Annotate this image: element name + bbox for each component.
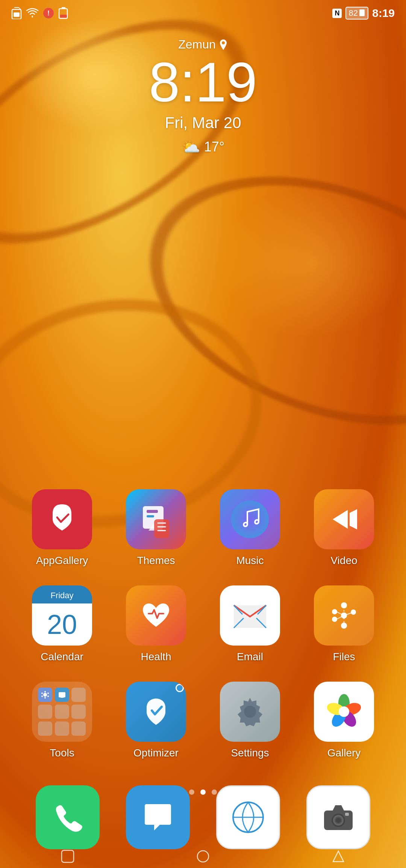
weather: ⛅ 17° <box>0 138 406 156</box>
optimizer-label: Optimizer <box>133 747 179 759</box>
app-email[interactable]: Email <box>212 585 288 663</box>
clock-time: 8:19 <box>0 54 406 110</box>
svg-rect-51 <box>345 813 349 816</box>
app-music[interactable]: Music <box>212 489 288 567</box>
notification-icon: ! <box>43 7 54 19</box>
calendar-day: 20 <box>47 611 77 638</box>
app-calendar[interactable]: Friday 20 Calendar <box>24 585 100 663</box>
app-health[interactable]: Health <box>118 585 194 663</box>
optimizer-notification <box>176 684 184 692</box>
svg-point-25 <box>351 609 356 615</box>
app-tools[interactable]: Tools <box>24 682 100 759</box>
dock <box>0 785 406 849</box>
svg-rect-13 <box>154 519 169 538</box>
svg-point-14 <box>231 501 269 538</box>
status-left-icons: ! <box>11 7 68 19</box>
app-themes[interactable]: Themes <box>118 489 194 567</box>
app-optimizer[interactable]: Optimizer <box>118 682 194 759</box>
app-row-3: Tools Optimizer <box>15 682 391 759</box>
svg-rect-12 <box>147 515 154 517</box>
app-video[interactable]: Video <box>306 489 382 567</box>
app-settings[interactable]: Settings <box>212 682 288 759</box>
dock-browser[interactable] <box>216 785 280 849</box>
files-label: Files <box>333 651 355 663</box>
svg-point-19 <box>341 623 347 629</box>
themes-label: Themes <box>137 555 175 567</box>
svg-point-9 <box>222 41 225 44</box>
video-icon <box>314 489 374 549</box>
svg-text:!: ! <box>47 9 50 17</box>
app-gallery[interactable]: Gallery <box>306 682 382 759</box>
appgallery-label: AppGallery <box>36 555 88 567</box>
svg-point-26 <box>43 693 47 697</box>
svg-point-22 <box>332 609 337 614</box>
app-files[interactable]: Files <box>306 585 382 663</box>
svg-rect-1 <box>14 12 20 17</box>
svg-rect-33 <box>59 692 65 697</box>
svg-rect-11 <box>147 510 158 513</box>
email-label: Email <box>237 651 263 663</box>
music-label: Music <box>236 555 264 567</box>
tools-label: Tools <box>50 747 74 759</box>
dock-phone[interactable] <box>36 785 100 849</box>
calendar-label: Calendar <box>41 651 83 663</box>
svg-rect-6 <box>60 15 67 18</box>
nfc-badge: N <box>332 9 342 18</box>
clock-area: Zemun 8:19 Fri, Mar 20 ⛅ 17° <box>0 38 406 156</box>
svg-point-23 <box>332 617 337 622</box>
email-icon <box>220 585 280 646</box>
svg-rect-7 <box>359 9 365 16</box>
svg-point-32 <box>41 693 43 694</box>
health-icon <box>126 585 186 646</box>
status-time: 8:19 <box>372 7 395 20</box>
settings-icon <box>220 682 280 742</box>
svg-marker-54 <box>333 851 344 862</box>
wifi-icon <box>26 8 38 18</box>
camera-icon <box>306 785 370 849</box>
nav-recent-button[interactable] <box>332 850 345 866</box>
nav-home-button[interactable] <box>196 850 210 866</box>
status-bar: ! N 82 8:19 <box>0 0 406 26</box>
phone-icon <box>36 785 100 849</box>
appgallery-icon <box>32 489 92 549</box>
svg-point-29 <box>47 696 49 697</box>
app-appgallery[interactable]: AppGallery <box>24 489 100 567</box>
svg-point-28 <box>47 693 49 694</box>
calendar-body: 20 <box>32 603 92 646</box>
nav-bar <box>0 849 406 868</box>
video-label: Video <box>330 555 357 567</box>
app-row-2: Friday 20 Calendar Health <box>15 585 391 663</box>
files-icon <box>314 585 374 646</box>
svg-point-27 <box>44 691 46 693</box>
gallery-icon <box>314 682 374 742</box>
clock-date: Fri, Mar 20 <box>0 114 406 132</box>
gallery-label: Gallery <box>327 747 361 759</box>
health-label: Health <box>141 651 171 663</box>
sim-icon <box>11 7 22 19</box>
app-grid: AppGallery Themes <box>0 489 406 778</box>
svg-marker-46 <box>333 805 344 811</box>
messages-icon <box>126 785 190 849</box>
dock-camera[interactable] <box>306 785 370 849</box>
app-row-1: AppGallery Themes <box>15 489 391 567</box>
svg-point-53 <box>197 851 209 862</box>
svg-point-41 <box>339 706 349 717</box>
battery-indicator: 82 <box>345 7 368 20</box>
svg-point-50 <box>336 818 341 823</box>
svg-rect-8 <box>361 9 363 10</box>
calendar-header: Friday <box>32 585 92 603</box>
battery-status-icon <box>59 7 68 19</box>
tools-icon <box>32 682 92 742</box>
svg-point-31 <box>41 696 43 697</box>
svg-point-30 <box>44 697 46 699</box>
optimizer-icon <box>126 682 186 742</box>
nav-back-button[interactable] <box>61 850 74 866</box>
themes-icon <box>126 489 186 549</box>
svg-point-35 <box>244 706 256 718</box>
dock-messages[interactable] <box>126 785 190 849</box>
browser-icon <box>216 785 280 849</box>
calendar-icon: Friday 20 <box>32 585 92 646</box>
svg-point-17 <box>341 602 347 608</box>
location: Zemun <box>0 38 406 51</box>
svg-rect-52 <box>62 850 74 862</box>
